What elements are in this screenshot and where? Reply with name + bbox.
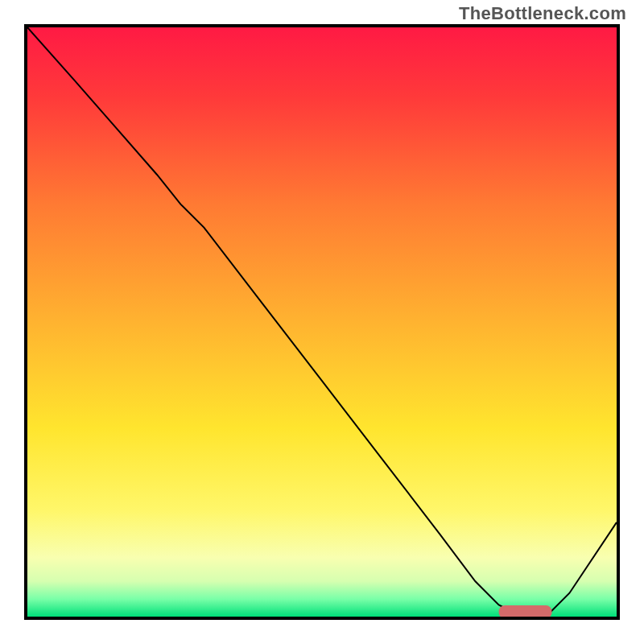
watermark-text: TheBottleneck.com (459, 3, 626, 24)
optimal-range-marker (499, 605, 552, 617)
plot-svg (27, 27, 617, 617)
plot-background (27, 27, 617, 617)
chart-container: TheBottleneck.com (0, 0, 644, 644)
plot-frame (24, 24, 620, 620)
